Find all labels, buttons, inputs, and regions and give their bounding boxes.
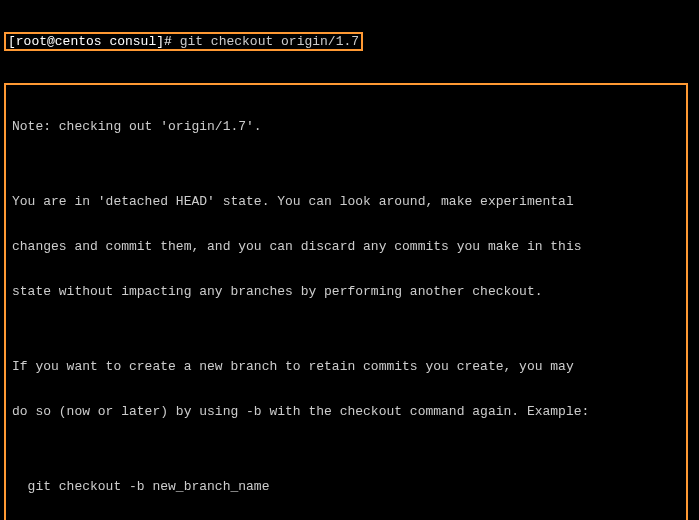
note10: git checkout -b new_branch_name	[12, 479, 680, 494]
note1: Note: checking out 'origin/1.7'.	[12, 119, 680, 134]
note8: do so (now or later) by using -b with th…	[12, 404, 680, 419]
note5: state without impacting any branches by …	[12, 284, 680, 299]
cmd1-line: [root@centos consul]# git checkout origi…	[4, 32, 695, 51]
terminal[interactable]: [root@centos consul]# git checkout origi…	[0, 0, 699, 520]
note7: If you want to create a new branch to re…	[12, 359, 680, 374]
note3: You are in 'detached HEAD' state. You ca…	[12, 194, 680, 209]
prompt1: [root@centos consul]#	[8, 34, 180, 49]
orange-box-top: [root@centos consul]# git checkout origi…	[4, 32, 363, 51]
detached-head-notice: Note: checking out 'origin/1.7'. You are…	[4, 83, 688, 520]
cmd1: git checkout origin/1.7	[180, 34, 359, 49]
note4: changes and commit them, and you can dis…	[12, 239, 680, 254]
